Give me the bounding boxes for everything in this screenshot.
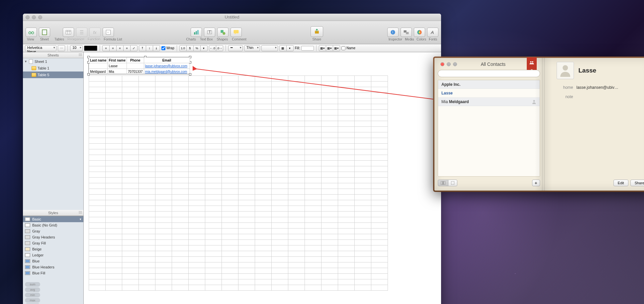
- search-input[interactable]: [438, 70, 540, 77]
- font-select[interactable]: Helvetica Neue: [25, 45, 56, 51]
- align-left[interactable]: ≡: [102, 45, 110, 51]
- canvas[interactable]: Last name First name Phone Email Lasse l…: [84, 52, 441, 304]
- border-style-select[interactable]: ━: [228, 45, 243, 51]
- cell[interactable]: [127, 63, 144, 69]
- valign-mid[interactable]: ↕: [146, 45, 153, 51]
- cell[interactable]: Lasse: [108, 63, 127, 69]
- cell[interactable]: Mia: [108, 69, 127, 75]
- add-contact-button[interactable]: +: [532, 180, 540, 186]
- cell[interactable]: 70701337: [127, 69, 144, 75]
- valign-top[interactable]: ⤒: [139, 45, 146, 51]
- style-item[interactable]: Beige: [23, 246, 83, 252]
- border-more[interactable]: ▾: [286, 45, 294, 51]
- avatar[interactable]: [557, 62, 574, 79]
- sheet-button[interactable]: [39, 28, 50, 37]
- disclosure-icon[interactable]: ▼: [24, 60, 27, 63]
- style-item[interactable]: Gray: [23, 228, 83, 234]
- data-table[interactable]: Last name First name Phone Email Lasse l…: [89, 57, 190, 75]
- reorganize-button[interactable]: [76, 28, 87, 37]
- col-header[interactable]: First name: [108, 58, 127, 63]
- style-item[interactable]: Blue Fill: [23, 270, 83, 276]
- col-header[interactable]: Phone: [127, 58, 144, 63]
- dec-left-button[interactable]: ←.0: [209, 45, 216, 51]
- font-style-button[interactable]: ⋯: [58, 45, 65, 51]
- dec-right-button[interactable]: .0→: [216, 45, 223, 51]
- minimize-button[interactable]: [32, 15, 36, 19]
- col-header[interactable]: Email: [144, 58, 190, 63]
- align-right[interactable]: ≡: [116, 45, 124, 51]
- align-justify[interactable]: ≡: [123, 45, 131, 51]
- tables-button[interactable]: [63, 28, 74, 37]
- contact-list[interactable]: Apple Inc. Lasse Mia Meldgaard: [438, 80, 540, 177]
- table-row[interactable]: Meldgaard Mia 70701337 mia.meldgaard@ubi…: [89, 69, 190, 75]
- style-item[interactable]: Gray Fill: [23, 240, 83, 246]
- shapes-button[interactable]: [217, 28, 229, 37]
- contact-row[interactable]: Apple Inc.: [438, 80, 540, 89]
- close-button[interactable]: [26, 15, 30, 19]
- border-all[interactable]: ▦: [279, 45, 287, 51]
- zoom-button[interactable]: [38, 15, 42, 19]
- percent-button[interactable]: %: [193, 45, 201, 51]
- inspector-label: Inspector: [389, 38, 402, 41]
- inspector-button[interactable]: i: [387, 28, 399, 37]
- media-button[interactable]: [401, 28, 412, 37]
- textbox-button[interactable]: T: [204, 28, 215, 37]
- more-format-button[interactable]: ▾: [200, 45, 208, 51]
- fonts-button[interactable]: A: [427, 28, 438, 37]
- field-value[interactable]: lasse.johansen@ubiv…: [577, 85, 618, 90]
- style-item[interactable]: Gray Headers: [23, 234, 83, 240]
- edit-button[interactable]: Edit: [613, 180, 628, 186]
- style-item[interactable]: Basic: [23, 216, 83, 222]
- contact-row-selected[interactable]: Lasse: [438, 89, 540, 97]
- border-weight-select[interactable]: Thin: [244, 45, 260, 51]
- border-color-select[interactable]: [261, 45, 278, 51]
- field-label: home: [557, 85, 573, 90]
- align-auto[interactable]: ⤢: [130, 45, 138, 51]
- formula-list-button[interactable]: =: [103, 28, 114, 37]
- style-item[interactable]: Blue: [23, 258, 83, 264]
- header-cols-button[interactable]: ▦▾: [326, 45, 333, 51]
- style-item[interactable]: Ledger: [23, 252, 83, 258]
- header-rows-button[interactable]: ▦▾: [319, 45, 326, 51]
- cell[interactable]: Meldgaard: [89, 69, 108, 75]
- font-size-select[interactable]: 10: [70, 45, 83, 51]
- style-item[interactable]: Basic (No Grid): [23, 222, 83, 228]
- comment-button[interactable]: [230, 28, 242, 37]
- decimals-button[interactable]: 1.0: [179, 45, 187, 51]
- table-row[interactable]: Lasse lasse.johansen@ubivox.com: [89, 63, 190, 69]
- titlebar[interactable]: Untitled: [23, 14, 441, 21]
- cell[interactable]: [89, 63, 108, 69]
- charts-button[interactable]: [191, 28, 202, 37]
- style-item[interactable]: Blue Headers: [23, 264, 83, 270]
- name-checkbox[interactable]: Name: [341, 46, 355, 50]
- wrap-checkbox[interactable]: Wrap: [161, 46, 174, 50]
- col-header[interactable]: Last name: [89, 58, 108, 63]
- footer-rows-button[interactable]: ▦▾: [333, 45, 340, 51]
- align-center[interactable]: ≡: [109, 45, 117, 51]
- sheets-list[interactable]: ▼ Sheet 1 Table 1 Table 5: [23, 58, 83, 210]
- toolbar: View Sheet fx = Tables Reorganize Functi…: [23, 21, 441, 44]
- function-button[interactable]: fx: [89, 28, 101, 37]
- colors-button[interactable]: [414, 28, 425, 37]
- table-item[interactable]: Table 1: [23, 65, 83, 72]
- header-row[interactable]: Last name First name Phone Email: [89, 58, 190, 63]
- font-color-swatch[interactable]: [84, 46, 97, 51]
- view-button[interactable]: [26, 28, 37, 37]
- ribbon-bookmark[interactable]: [527, 57, 537, 69]
- contact-row[interactable]: Mia Meldgaard: [438, 97, 540, 106]
- styles-list[interactable]: Basic Basic (No Grid) Gray Gray Headers …: [23, 216, 83, 281]
- note-field: note: [557, 94, 644, 99]
- share-button[interactable]: Share: [630, 180, 644, 186]
- cell-email[interactable]: mia.meldgaard@ubivox.com: [144, 69, 190, 75]
- table-item-selected[interactable]: Table 5: [23, 72, 83, 78]
- sheet-item[interactable]: ▼ Sheet 1: [23, 58, 83, 65]
- cell-email[interactable]: lasse.johansen@ubivox.com: [144, 63, 190, 69]
- close-button[interactable]: [440, 62, 444, 66]
- currency-button[interactable]: $: [186, 45, 194, 51]
- fill-swatch[interactable]: [301, 46, 314, 51]
- card-only-view-button[interactable]: [448, 180, 457, 186]
- empty-grid[interactable]: document.write(Array.from({length:38}).m…: [89, 76, 388, 291]
- share-button[interactable]: [311, 26, 323, 37]
- valign-bot[interactable]: ⤓: [153, 45, 160, 51]
- card-list-view-button[interactable]: [438, 180, 448, 186]
